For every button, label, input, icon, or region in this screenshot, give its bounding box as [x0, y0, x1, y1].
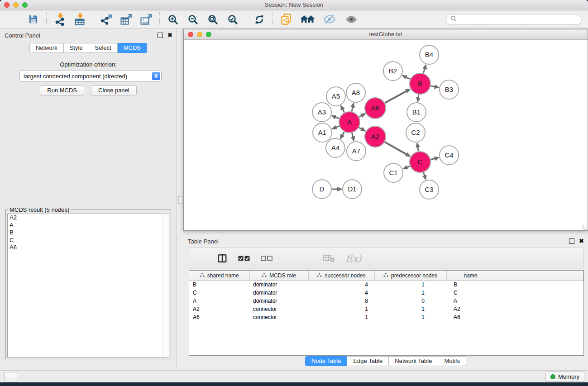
edge-A-A3[interactable]: [335, 117, 339, 119]
column-header-successor-nodes[interactable]: successor nodes: [308, 271, 374, 281]
node-A6[interactable]: A6: [365, 98, 386, 119]
node-C1[interactable]: C1: [384, 163, 403, 182]
save-session-button[interactable]: [27, 13, 39, 26]
float-table-panel-icon[interactable]: [569, 238, 574, 244]
function-builder-button[interactable]: f(x): [346, 253, 361, 264]
zoom-in-button[interactable]: [167, 13, 179, 26]
delete-column-button[interactable]: [303, 253, 312, 264]
network-minimize-button[interactable]: [197, 32, 202, 37]
node-B[interactable]: B: [410, 73, 430, 94]
search-input[interactable]: [446, 14, 582, 25]
optimization-criterion-select[interactable]: largest connected component (directed): [19, 71, 162, 81]
edge-C-C2[interactable]: [418, 147, 418, 152]
node-B2[interactable]: B2: [383, 62, 402, 81]
node-B1[interactable]: B1: [407, 103, 426, 122]
table-row[interactable]: Cdominator41C: [189, 289, 583, 297]
close-panel-button[interactable]: Close panel: [91, 86, 137, 95]
zoom-window-button[interactable]: [22, 2, 28, 8]
node-D[interactable]: D: [312, 180, 331, 199]
column-header-name[interactable]: name: [446, 271, 495, 281]
edge-A-A4[interactable]: [342, 132, 344, 135]
run-mcds-button[interactable]: Run MCDS: [40, 86, 84, 95]
node-A2[interactable]: A2: [365, 126, 386, 147]
result-item[interactable]: A2: [8, 214, 169, 222]
edge-C-C3[interactable]: [423, 172, 425, 176]
node-A[interactable]: A: [339, 112, 360, 133]
edge-B-B3[interactable]: [431, 86, 435, 87]
tab-select[interactable]: Select: [89, 43, 118, 53]
node-B4[interactable]: B4: [420, 45, 439, 64]
network-graph[interactable]: B4B2BB3B1A5A8A6A3AA1A2C2A4A7C4CC1C3DD1: [184, 40, 588, 230]
edge-A6-B[interactable]: [385, 91, 406, 103]
create-column-button[interactable]: [283, 254, 292, 263]
zoom-out-button[interactable]: [186, 13, 199, 26]
close-window-button[interactable]: [4, 2, 10, 8]
node-D1[interactable]: D1: [343, 180, 362, 199]
edge-A-A7[interactable]: [352, 133, 353, 137]
close-table-panel-icon[interactable]: ✖: [579, 238, 584, 244]
minimize-window-button[interactable]: [13, 2, 19, 8]
result-item[interactable]: B: [8, 229, 169, 237]
import-network-button[interactable]: [53, 13, 66, 26]
close-panel-icon[interactable]: ✖: [167, 33, 172, 38]
deselect-all-button[interactable]: [261, 255, 272, 262]
tab-mcds[interactable]: MCDS: [118, 43, 147, 53]
node-C[interactable]: C: [410, 152, 430, 172]
network-close-button[interactable]: [188, 32, 193, 37]
table-row[interactable]: Adominator80A: [189, 297, 583, 305]
export-image-button[interactable]: [140, 13, 153, 26]
open-session-button[interactable]: [7, 13, 19, 26]
table-settings-button[interactable]: [196, 253, 206, 263]
node-A1[interactable]: A1: [313, 123, 332, 142]
edge-A-A5[interactable]: [343, 109, 344, 112]
node-C2[interactable]: C2: [406, 123, 425, 142]
node-A4[interactable]: A4: [326, 138, 345, 157]
edge-B-B4[interactable]: [423, 69, 425, 74]
show-graphics-details-button[interactable]: [344, 13, 359, 26]
table-row[interactable]: A6connector11A6: [189, 313, 583, 321]
result-item[interactable]: A: [8, 222, 169, 229]
result-list-scrollbar[interactable]: [163, 214, 169, 357]
node-A7[interactable]: A7: [347, 142, 366, 161]
float-panel-icon[interactable]: [158, 33, 163, 38]
node-A3[interactable]: A3: [312, 103, 331, 122]
tab-network-table[interactable]: Network Table: [389, 356, 438, 366]
splitter-handle[interactable]: [178, 196, 182, 204]
new-network-from-selection-button[interactable]: [280, 13, 292, 26]
task-history-button[interactable]: [5, 372, 18, 382]
edge-A-A8[interactable]: [352, 107, 353, 111]
zoom-selected-button[interactable]: [226, 13, 239, 26]
show-columns-button[interactable]: [217, 253, 227, 263]
export-table-button[interactable]: [120, 13, 133, 26]
tab-node-table[interactable]: Node Table: [305, 356, 348, 366]
tab-network[interactable]: Network: [29, 43, 64, 53]
select-all-button[interactable]: [238, 255, 250, 262]
node-C3[interactable]: C3: [420, 180, 439, 199]
import-table-button[interactable]: [73, 13, 86, 26]
table-row[interactable]: Bdominator41B: [189, 281, 583, 289]
result-item[interactable]: C: [8, 237, 169, 244]
network-canvas[interactable]: B4B2BB3B1A5A8A6A3AA1A2C2A4A7C4CC1C3DD1: [184, 40, 588, 230]
edge-A-A6[interactable]: [359, 115, 362, 117]
result-item[interactable]: A6: [8, 244, 169, 252]
node-A5[interactable]: A5: [326, 87, 345, 106]
network-zoom-button[interactable]: [206, 32, 211, 37]
edge-C-C1[interactable]: [407, 166, 410, 167]
edge-C-C4[interactable]: [430, 158, 435, 159]
edge-A-A2[interactable]: [359, 128, 362, 129]
edge-A-A1[interactable]: [336, 126, 339, 128]
node-table[interactable]: shared nameMCDS rolesuccessor nodesprede…: [189, 270, 584, 356]
table-row[interactable]: A2connector11A2: [189, 305, 583, 313]
edge-A2-C[interactable]: [385, 142, 407, 154]
refresh-layout-button[interactable]: [253, 13, 266, 26]
export-network-button[interactable]: [100, 13, 113, 26]
column-header-predecessor-nodes[interactable]: predecessor nodes: [374, 271, 446, 281]
delete-table-button[interactable]: [323, 254, 335, 262]
memory-button[interactable]: Memory: [545, 372, 584, 382]
node-B3[interactable]: B3: [440, 80, 459, 99]
tab-motifs[interactable]: Motifs: [438, 356, 466, 366]
tab-edge-table[interactable]: Edge Table: [347, 356, 389, 366]
node-C4[interactable]: C4: [440, 146, 459, 165]
home-view-button[interactable]: [300, 13, 315, 26]
column-header-shared-name[interactable]: shared name: [189, 271, 249, 281]
